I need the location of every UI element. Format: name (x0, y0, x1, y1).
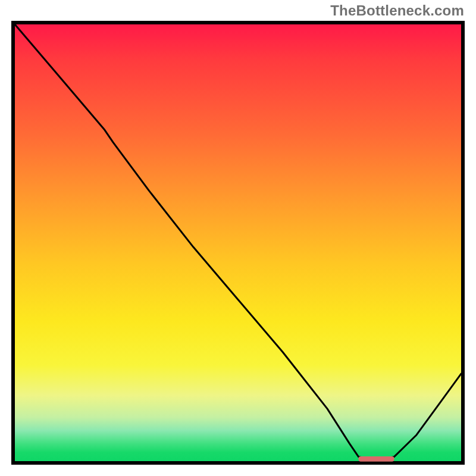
bottleneck-curve-layer (15, 24, 461, 461)
bottleneck-curve (15, 24, 461, 459)
chart-frame: TheBottleneck.com (0, 0, 476, 476)
attribution-text: TheBottleneck.com (330, 2, 464, 19)
optimum-marker (359, 456, 394, 462)
plot-area (11, 21, 465, 465)
